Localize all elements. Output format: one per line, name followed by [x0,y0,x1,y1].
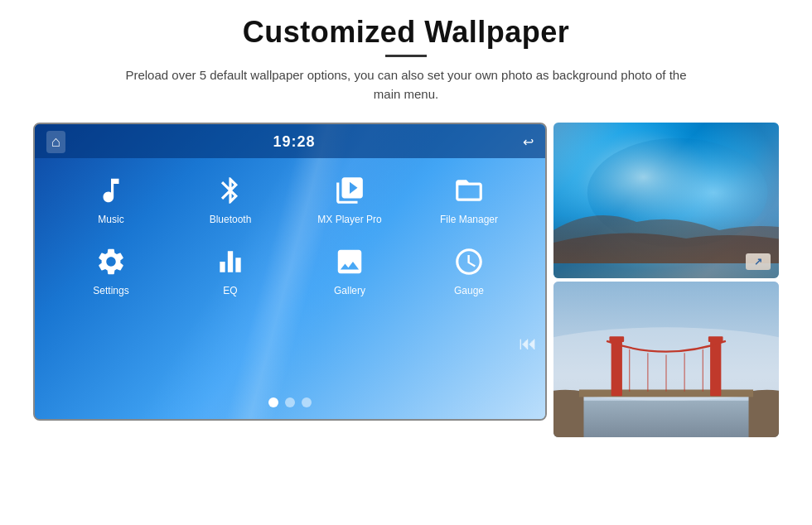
bluetooth-icon-box [210,171,250,210]
bluetooth-icon [215,175,246,206]
dot-1[interactable] [268,397,278,407]
gauge-icon-box [449,242,489,282]
app-settings[interactable]: Settings [74,242,148,296]
app-eq[interactable]: EQ [193,242,268,296]
page-title: Customized Wallpaper [33,15,779,50]
page-container: Customized Wallpaper Preload over 5 defa… [0,0,812,525]
thumbnail-ice[interactable]: ↗ [553,123,779,278]
settings-icon [95,246,127,277]
music-label: Music [98,214,123,225]
gallery-label: Gallery [334,285,365,296]
svg-rect-8 [609,336,624,342]
dot-2[interactable] [285,397,295,407]
ice-texture-svg [553,123,779,278]
back-icon[interactable]: ↩ [523,134,534,150]
svg-rect-4 [553,400,779,436]
mxplayer-icon-box [330,171,370,210]
screen-time: 19:28 [273,133,315,151]
app-gauge[interactable]: Gauge [432,242,506,296]
gallery-icon [334,246,365,277]
eq-label: EQ [223,285,237,296]
app-grid-row1: Music Bluetooth [35,162,545,234]
svg-rect-9 [708,336,723,342]
content-area: ⌂ 19:28 ↩ Music [33,123,779,437]
svg-rect-7 [710,340,721,395]
car-screen: ⌂ 19:28 ↩ Music [33,123,547,421]
music-icon-box [91,171,131,210]
filemanager-icon [453,175,485,206]
settings-icon-box [91,242,131,282]
thumbnail-bridge[interactable] [553,282,779,437]
thumb-ice-arrow[interactable]: ↗ [746,253,771,270]
app-gallery[interactable]: Gallery [312,242,387,296]
bluetooth-label: Bluetooth [210,214,252,225]
title-divider [385,55,427,57]
filemanager-label: File Manager [440,214,498,225]
home-icon: ⌂ [51,133,60,150]
eq-icon-box [210,242,250,282]
app-mxplayer[interactable]: MX Player Pro [312,171,387,225]
settings-label: Settings [93,285,128,296]
thumbnails-column: ↗ [553,123,779,437]
dot-3[interactable] [302,397,312,407]
svg-rect-6 [611,340,622,395]
dots-indicator [268,397,312,407]
gallery-icon-box [330,242,370,282]
app-filemanager[interactable]: File Manager [432,171,506,225]
app-bluetooth[interactable]: Bluetooth [193,171,268,225]
subtitle: Preload over 5 default wallpaper options… [116,65,696,104]
home-button[interactable]: ⌂ [46,131,65,153]
eq-icon [215,246,246,277]
app-music[interactable]: Music [74,171,148,225]
header-section: Customized Wallpaper Preload over 5 defa… [0,0,812,113]
gauge-label: Gauge [454,285,484,296]
app-grid-row2: Settings EQ Gall [35,234,545,305]
skip-prev-button[interactable]: ⏮ [519,333,537,354]
gauge-icon [453,246,485,277]
filemanager-icon-box [449,171,489,210]
svg-point-1 [587,137,768,247]
bridge-svg [553,282,779,437]
music-icon [95,175,127,206]
mxplayer-label: MX Player Pro [317,214,381,225]
screen-topbar: ⌂ 19:28 ↩ [35,124,545,158]
mxplayer-icon [334,175,365,206]
